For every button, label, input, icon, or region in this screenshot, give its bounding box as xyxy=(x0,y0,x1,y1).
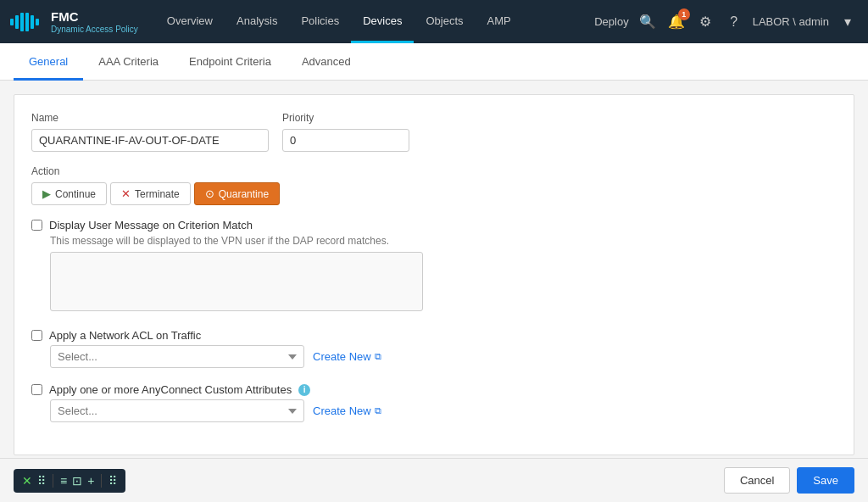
continue-label: Continue xyxy=(55,188,96,200)
anyconnect-info-icon[interactable]: i xyxy=(298,384,310,396)
quarantine-label: Quarantine xyxy=(219,188,269,200)
action-section: Action ▶ Continue ✕ Terminate ⊙ Quaranti… xyxy=(31,165,837,205)
brand-title: FMC xyxy=(51,9,138,25)
name-label: Name xyxy=(31,112,269,124)
svg-rect-4 xyxy=(31,15,34,29)
cisco-logo-icon xyxy=(10,10,44,34)
toolbar-divider-1 xyxy=(53,474,53,488)
message-textarea[interactable] xyxy=(50,252,423,311)
toolbar-capture-icon[interactable]: ⊡ xyxy=(72,474,82,488)
priority-input[interactable] xyxy=(282,129,409,152)
svg-rect-2 xyxy=(20,13,24,31)
deploy-button[interactable]: Deploy xyxy=(594,15,628,28)
bottom-actions: Cancel Save xyxy=(724,467,854,494)
anyconnect-label: Apply one or more AnyConnect Custom Attr… xyxy=(49,383,292,396)
form-card: Name Priority Action ▶ Continue ✕ Termin… xyxy=(14,94,854,455)
display-message-section: Display User Message on Criterion Match … xyxy=(31,219,837,314)
terminate-action-button[interactable]: ✕ Terminate xyxy=(110,182,191,205)
notification-badge: 1 xyxy=(678,8,690,20)
toolbar-add-icon[interactable]: + xyxy=(87,474,94,488)
nav-devices[interactable]: Devices xyxy=(351,0,414,43)
network-acl-create-new-link[interactable]: Create New ⧉ xyxy=(313,350,381,363)
anyconnect-create-new-link[interactable]: Create New ⧉ xyxy=(313,404,381,417)
network-acl-row: Apply a Network ACL on Traffic xyxy=(31,329,837,342)
display-message-label: Display User Message on Criterion Match xyxy=(49,219,253,231)
anyconnect-row: Apply one or more AnyConnect Custom Attr… xyxy=(31,383,837,396)
toolbar-terminal-icon[interactable]: ✕ xyxy=(22,474,32,488)
cancel-button[interactable]: Cancel xyxy=(724,467,790,494)
priority-label: Priority xyxy=(282,112,409,124)
nav-overview[interactable]: Overview xyxy=(155,0,225,43)
name-priority-row: Name Priority xyxy=(31,112,837,152)
bottom-toolbar: ✕ ⠿ ≡ ⊡ + ⠿ xyxy=(14,469,125,493)
top-navigation: FMC Dynamic Access Policy Overview Analy… xyxy=(0,0,868,43)
svg-rect-5 xyxy=(36,19,39,25)
network-acl-select-row: Select... Create New ⧉ xyxy=(50,345,837,368)
svg-rect-0 xyxy=(10,19,14,25)
tab-endpoint-criteria[interactable]: Endpoint Criteria xyxy=(174,43,287,81)
display-message-checkbox[interactable] xyxy=(31,220,42,231)
priority-field-group: Priority xyxy=(282,112,409,152)
network-acl-select[interactable]: Select... xyxy=(50,345,304,368)
brand-subtitle: Dynamic Access Policy xyxy=(51,25,138,35)
brand-name: FMC Dynamic Access Policy xyxy=(51,9,138,35)
nav-amp[interactable]: AMP xyxy=(476,0,523,43)
anyconnect-external-link-icon: ⧉ xyxy=(375,405,381,416)
toolbar-divider-2 xyxy=(101,474,102,488)
nav-analysis[interactable]: Analysis xyxy=(225,0,289,43)
toolbar-lines-icon[interactable]: ≡ xyxy=(60,474,67,488)
network-acl-label: Apply a Network ACL on Traffic xyxy=(49,329,201,342)
anyconnect-checkbox[interactable] xyxy=(31,384,42,395)
anyconnect-section: Apply one or more AnyConnect Custom Attr… xyxy=(31,383,837,422)
continue-icon: ▶ xyxy=(42,187,51,200)
nav-objects[interactable]: Objects xyxy=(414,0,475,43)
tab-advanced[interactable]: Advanced xyxy=(287,43,366,81)
name-input[interactable] xyxy=(31,129,269,152)
display-message-sublabel: This message will be displayed to the VP… xyxy=(50,235,837,247)
svg-rect-3 xyxy=(25,13,29,31)
external-link-icon: ⧉ xyxy=(375,351,381,362)
continue-action-button[interactable]: ▶ Continue xyxy=(31,182,107,205)
action-buttons-group: ▶ Continue ✕ Terminate ⊙ Quarantine xyxy=(31,182,837,205)
network-acl-create-new-label: Create New xyxy=(313,350,371,363)
help-icon[interactable]: ? xyxy=(724,12,744,32)
anyconnect-select[interactable]: Select... xyxy=(50,399,304,422)
display-message-row: Display User Message on Criterion Match xyxy=(31,219,837,231)
network-acl-checkbox[interactable] xyxy=(31,330,42,341)
nav-policies[interactable]: Policies xyxy=(289,0,351,43)
nav-right-area: Deploy 🔍 🔔 1 ⚙ ? LABOR \ admin ▾ xyxy=(594,12,858,32)
bottom-bar: ✕ ⠿ ≡ ⊡ + ⠿ Cancel Save xyxy=(0,458,868,502)
toolbar-dots-icon[interactable]: ⠿ xyxy=(108,474,117,488)
anyconnect-create-new-label: Create New xyxy=(313,404,371,417)
network-acl-section: Apply a Network ACL on Traffic Select...… xyxy=(31,329,837,368)
terminate-icon: ✕ xyxy=(121,187,131,200)
nav-menu: Overview Analysis Policies Devices Objec… xyxy=(155,0,594,43)
user-menu[interactable]: LABOR \ admin xyxy=(753,15,829,28)
main-content: Name Priority Action ▶ Continue ✕ Termin… xyxy=(0,81,868,502)
svg-rect-1 xyxy=(15,15,19,29)
quarantine-icon: ⊙ xyxy=(205,187,214,200)
name-field-group: Name xyxy=(31,112,269,152)
quarantine-action-button[interactable]: ⊙ Quarantine xyxy=(194,182,280,205)
save-button[interactable]: Save xyxy=(797,467,854,494)
user-dropdown-icon[interactable]: ▾ xyxy=(837,12,858,32)
search-icon[interactable]: 🔍 xyxy=(637,12,658,32)
terminate-label: Terminate xyxy=(135,188,180,200)
toolbar-grid-icon[interactable]: ⠿ xyxy=(37,474,46,488)
anyconnect-select-row: Select... Create New ⧉ xyxy=(50,399,837,422)
settings-icon[interactable]: ⚙ xyxy=(695,12,715,32)
action-label: Action xyxy=(31,165,837,177)
tab-bar: General AAA Criteria Endpoint Criteria A… xyxy=(0,43,868,81)
tab-aaa-criteria[interactable]: AAA Criteria xyxy=(83,43,174,81)
notifications-icon[interactable]: 🔔 1 xyxy=(666,12,687,32)
logo-area: FMC Dynamic Access Policy xyxy=(10,9,138,35)
tab-general[interactable]: General xyxy=(14,43,83,81)
